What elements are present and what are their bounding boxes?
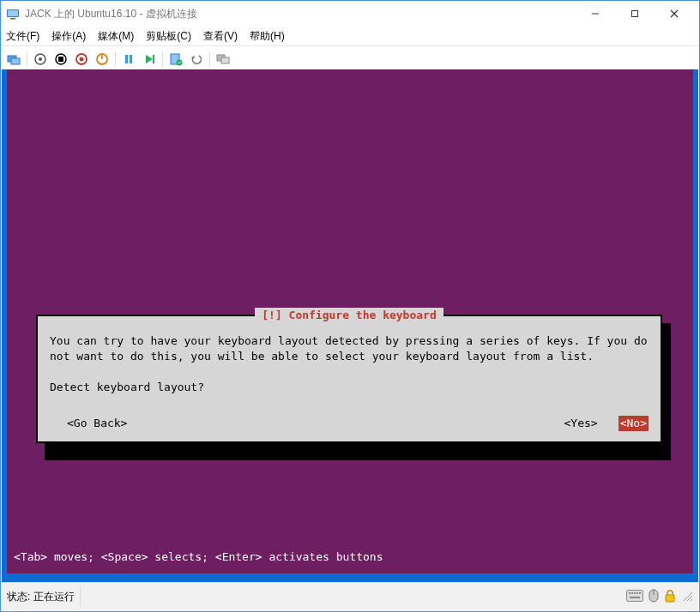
svg-marker-19 — [146, 55, 153, 63]
svg-rect-20 — [153, 55, 154, 63]
vm-display[interactable]: [!] Configure the keyboard You can try t… — [2, 69, 698, 582]
svg-rect-25 — [221, 57, 229, 63]
dialog-title: [!] Configure the keyboard — [255, 308, 444, 323]
menu-view[interactable]: 查看(V) — [203, 29, 238, 44]
menu-clipboard[interactable]: 剪贴板(C) — [146, 29, 191, 44]
reset-button[interactable] — [140, 50, 159, 69]
menu-help[interactable]: 帮助(H) — [250, 29, 285, 44]
maximize-button[interactable] — [615, 1, 655, 27]
svg-rect-26 — [627, 590, 643, 601]
save-button[interactable] — [93, 50, 112, 69]
menu-action[interactable]: 操作(A) — [51, 29, 86, 44]
keyboard-icon — [626, 590, 643, 604]
menubar: 文件(F) 操作(A) 媒体(M) 剪贴板(C) 查看(V) 帮助(H) — [1, 27, 699, 46]
mouse-icon — [649, 589, 659, 605]
no-button[interactable]: <No> — [619, 416, 649, 431]
svg-rect-4 — [632, 11, 638, 17]
svg-rect-32 — [630, 597, 640, 598]
svg-rect-18 — [130, 55, 132, 63]
revert-button[interactable] — [187, 50, 206, 69]
svg-rect-27 — [629, 592, 631, 594]
svg-rect-29 — [634, 592, 636, 594]
svg-rect-31 — [639, 592, 641, 594]
go-back-button[interactable]: <Go Back> — [67, 416, 127, 431]
shut-down-button[interactable] — [72, 50, 91, 69]
svg-rect-12 — [58, 57, 63, 62]
turn-off-button[interactable] — [51, 50, 70, 69]
lock-icon — [664, 589, 676, 605]
resize-grip-icon[interactable] — [681, 590, 693, 604]
menu-file[interactable]: 文件(F) — [6, 29, 39, 44]
status-value: 正在运行 — [33, 590, 75, 604]
nav-hint: <Tab> moves; <Space> selects; <Enter> ac… — [12, 549, 688, 565]
enhanced-session-button[interactable] — [214, 50, 232, 69]
installer-screen: [!] Configure the keyboard You can try t… — [7, 69, 693, 573]
yes-button[interactable]: <Yes> — [564, 416, 598, 431]
svg-rect-30 — [637, 592, 638, 594]
svg-rect-35 — [666, 595, 674, 602]
dialog-body: You can try to have your keyboard layout… — [50, 333, 649, 395]
minimize-button[interactable] — [576, 1, 615, 27]
checkpoint-button[interactable] — [166, 50, 185, 69]
svg-rect-28 — [631, 592, 633, 594]
statusbar: 状态: 正在运行 — [2, 582, 698, 610]
app-icon — [6, 7, 20, 21]
svg-point-14 — [80, 57, 84, 62]
window-title: JACK 上的 Ubuntu16.10 - 虚拟机连接 — [25, 7, 576, 21]
svg-point-10 — [39, 57, 42, 61]
svg-rect-8 — [11, 58, 20, 64]
titlebar[interactable]: JACK 上的 Ubuntu16.10 - 虚拟机连接 — [1, 1, 699, 27]
configure-keyboard-dialog: [!] Configure the keyboard You can try t… — [36, 315, 662, 443]
vm-connection-window: JACK 上的 Ubuntu16.10 - 虚拟机连接 文件(F) 操作(A) … — [0, 0, 700, 612]
start-button[interactable] — [31, 50, 50, 69]
svg-line-38 — [691, 599, 692, 601]
menu-media[interactable]: 媒体(M) — [98, 29, 134, 44]
svg-rect-1 — [8, 10, 18, 16]
close-button[interactable] — [655, 1, 694, 27]
svg-rect-17 — [125, 55, 128, 63]
ctrl-alt-del-button[interactable] — [4, 50, 23, 69]
svg-rect-2 — [10, 18, 15, 20]
pause-button[interactable] — [119, 50, 138, 69]
status-label: 状态: — [7, 590, 30, 604]
